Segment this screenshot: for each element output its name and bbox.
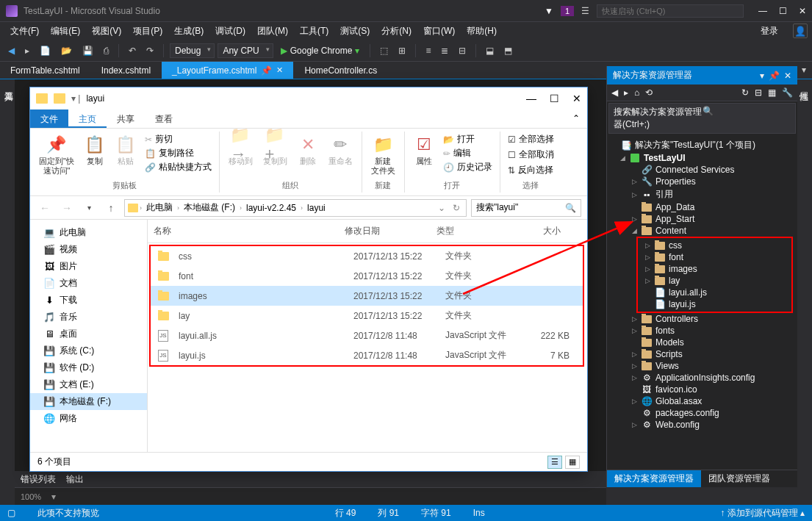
- nav-item[interactable]: ⬇下载: [30, 292, 147, 309]
- nav-fwd-icon[interactable]: ▸: [21, 43, 33, 58]
- menu-team[interactable]: 团队(M): [251, 23, 294, 40]
- breadcrumb-seg[interactable]: layui-v2.2.45: [243, 201, 299, 215]
- nav-item[interactable]: 🎵音乐: [30, 309, 147, 326]
- notification-badge[interactable]: 1: [561, 6, 574, 16]
- home-icon[interactable]: ⌂: [634, 87, 639, 98]
- nav-item[interactable]: 📄文档: [30, 275, 147, 292]
- maximize-button[interactable]: ☐: [779, 6, 787, 16]
- sync-icon[interactable]: ⟲: [645, 87, 653, 98]
- breadcrumb-seg[interactable]: 此电脑: [143, 200, 176, 215]
- close-button[interactable]: ✕: [572, 93, 581, 104]
- move-to-button[interactable]: 📁→移动到: [227, 133, 254, 168]
- save-all-icon[interactable]: ⎙: [100, 43, 112, 58]
- panel-title-bar[interactable]: 解决方案资源管理器 ▾ 📌 ✕: [607, 66, 797, 85]
- properties-button[interactable]: ☑属性: [412, 133, 436, 168]
- config-dropdown[interactable]: Debug: [170, 43, 215, 58]
- menu-test[interactable]: 测试(S): [334, 23, 376, 40]
- ribbon-tab-home[interactable]: 主页: [68, 109, 107, 128]
- ribbon-tab-view[interactable]: 查看: [145, 109, 183, 128]
- nav-back-icon[interactable]: ◀: [4, 43, 18, 58]
- layui-all-js[interactable]: 📄layui.all.js: [638, 287, 791, 298]
- nav-item[interactable]: 💻此电脑: [30, 224, 147, 241]
- ribbon-tab-file[interactable]: 文件: [30, 109, 68, 128]
- nav-forward-button[interactable]: →: [58, 199, 76, 217]
- feedback-icon[interactable]: ☰: [581, 6, 589, 16]
- file-row[interactable]: css2017/12/13 15:22文件夹: [151, 246, 583, 266]
- nav-up-button[interactable]: ↑: [102, 199, 120, 217]
- connected-services[interactable]: 🔗Connected Services: [607, 164, 797, 176]
- properties-side-tab[interactable]: 属性: [795, 79, 812, 91]
- address-bar[interactable]: › 此电脑› 本地磁盘 (F:)› layui-v2.2.45› layui ⌄…: [124, 199, 467, 217]
- run-button[interactable]: ▶ Google Chrome ▾: [276, 44, 364, 57]
- references-node[interactable]: ▷▪▪引用: [607, 187, 797, 201]
- show-all-icon[interactable]: ▦: [768, 87, 776, 98]
- error-list-tab[interactable]: 错误列表: [21, 473, 56, 486]
- minimize-button[interactable]: —: [526, 93, 536, 104]
- tab-formtable[interactable]: FormTable.cshtml: [0, 62, 91, 79]
- packages-config[interactable]: ⚙packages.config: [607, 407, 797, 419]
- explorer-search-input[interactable]: 搜索"layui" 🔍: [471, 199, 581, 217]
- open-icon[interactable]: 📂: [57, 43, 76, 58]
- panel-dropdown-icon[interactable]: ▾: [760, 71, 764, 81]
- nav-item[interactable]: 💾软件 (D:): [30, 359, 147, 376]
- close-icon[interactable]: ✕: [276, 65, 283, 75]
- tb-icon-1[interactable]: ⬚: [376, 43, 392, 58]
- edit-button[interactable]: ✏ 编辑: [443, 147, 492, 159]
- tab-overflow-icon[interactable]: ▾: [796, 62, 812, 79]
- solution-search-input[interactable]: 搜索解决方案资源管理器(Ctrl+;) 🔍: [608, 103, 796, 134]
- history-button[interactable]: 🕘 历史记录: [443, 161, 492, 173]
- paste-shortcut-button[interactable]: 🔗 粘贴快捷方式: [145, 161, 212, 173]
- menu-view[interactable]: 视图(V): [86, 23, 127, 40]
- platform-dropdown[interactable]: Any CPU: [218, 43, 273, 58]
- file-row[interactable]: lay2017/12/13 15:22文件夹: [151, 306, 583, 326]
- ribbon-tab-share[interactable]: 共享: [107, 109, 145, 128]
- col-date[interactable]: 修改日期: [339, 223, 431, 240]
- save-icon[interactable]: 💾: [79, 43, 97, 58]
- solution-explorer-tab[interactable]: 解决方案资源管理器: [607, 470, 701, 487]
- open-button[interactable]: 📂 打开: [443, 133, 492, 145]
- col-size[interactable]: 大小: [515, 223, 567, 240]
- close-button[interactable]: ✕: [799, 6, 806, 16]
- fwd-icon[interactable]: ▸: [624, 87, 628, 98]
- team-explorer-tab[interactable]: 团队资源管理器: [701, 470, 777, 487]
- appdata-folder[interactable]: App_Data: [607, 201, 797, 213]
- pin-icon[interactable]: 📌: [769, 71, 780, 81]
- copy-path-button[interactable]: 📋 复制路径: [145, 147, 212, 159]
- menu-debug[interactable]: 调试(D): [209, 23, 251, 40]
- login-button[interactable]: 登录: [752, 23, 787, 40]
- quick-launch-input[interactable]: [597, 4, 744, 18]
- fonts-folder[interactable]: ▷fonts: [607, 325, 797, 337]
- font-folder[interactable]: ▷font: [638, 251, 791, 263]
- scripts-folder[interactable]: ▷Scripts: [607, 348, 797, 360]
- tab-layoutframe[interactable]: _LayoutFrame.cshtml📌✕: [162, 62, 294, 79]
- col-name[interactable]: 名称: [148, 223, 339, 240]
- minimize-button[interactable]: —: [758, 6, 767, 16]
- select-none-button[interactable]: ☐ 全部取消: [508, 148, 554, 161]
- images-folder[interactable]: ▷images: [638, 263, 791, 275]
- new-file-icon[interactable]: 📄: [36, 43, 54, 58]
- content-folder[interactable]: ◢Content: [607, 225, 797, 237]
- refresh-icon[interactable]: ↻: [741, 87, 749, 98]
- tb-icon-5[interactable]: ⊟: [455, 43, 470, 58]
- select-all-button[interactable]: ☑ 全部选择: [508, 133, 554, 145]
- invert-selection-button[interactable]: ⇅ 反向选择: [508, 164, 554, 176]
- controllers-folder[interactable]: ▷Controllers: [607, 313, 797, 325]
- tb-icon-6[interactable]: ⬓: [482, 43, 497, 58]
- ribbon-collapse-icon[interactable]: ⌃: [565, 109, 587, 128]
- copy-button[interactable]: 📋复制: [83, 133, 107, 168]
- redo-icon[interactable]: ↷: [143, 43, 157, 58]
- properties-icon[interactable]: 🔧: [782, 87, 793, 98]
- nav-item[interactable]: 💾系统 (C:): [30, 342, 147, 359]
- css-folder[interactable]: ▷css: [638, 240, 791, 251]
- nav-item[interactable]: 🖥桌面: [30, 326, 147, 342]
- appinsights-config[interactable]: ▷⚙ApplicationInsights.config: [607, 372, 797, 384]
- solution-root[interactable]: 📑解决方案"TestLayUI"(1 个项目): [607, 138, 797, 152]
- lay-folder[interactable]: ▷lay: [638, 275, 791, 287]
- menu-project[interactable]: 项目(P): [127, 23, 168, 40]
- new-folder-button[interactable]: 📁新建 文件夹: [370, 133, 397, 177]
- zoom-level[interactable]: 100%: [21, 492, 41, 501]
- menu-edit[interactable]: 编辑(E): [45, 23, 86, 40]
- paste-button[interactable]: 📋粘贴: [114, 133, 137, 168]
- maximize-button[interactable]: ☐: [550, 93, 559, 104]
- properties-node[interactable]: ▷🔧Properties: [607, 176, 797, 187]
